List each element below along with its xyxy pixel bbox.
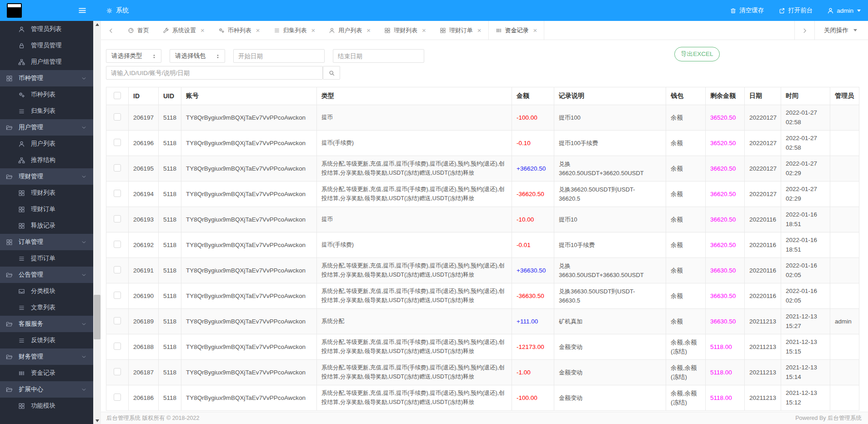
row-checkbox[interactable]	[114, 164, 121, 172]
tab-active[interactable]: 资金记录×	[488, 21, 545, 40]
sidebar-item[interactable]: 币种列表	[0, 86, 93, 103]
sidebar-section[interactable]: 公告管理	[0, 267, 93, 283]
tab-close-icon[interactable]: ×	[533, 27, 537, 34]
row-checkbox[interactable]	[114, 266, 121, 273]
search-input[interactable]	[106, 66, 323, 80]
tab-close-icon[interactable]: ×	[422, 27, 426, 34]
topbar-action-external-link[interactable]: 打开前台	[778, 6, 813, 15]
cell-amount: +36620.50	[512, 156, 554, 182]
column-header: 金额	[512, 87, 554, 105]
sidebar-item[interactable]: 管理员管理	[0, 37, 93, 54]
sidebar-section[interactable]: 订单管理	[0, 234, 93, 250]
tab-item[interactable]: 系统设置×	[156, 21, 211, 40]
sidebar-section[interactable]: 理财管理	[0, 168, 93, 185]
sidebar-item[interactable]: 理财订单	[0, 201, 93, 217]
tab-close-icon[interactable]: ×	[477, 27, 482, 34]
sidebar-item-label: 资金记录	[31, 369, 55, 377]
sidebar-item[interactable]: 反馈列表	[0, 332, 93, 348]
sidebar-section[interactable]: 币种管理	[0, 70, 93, 86]
folder-icon	[6, 173, 13, 180]
scrollbar-up-arrow-icon[interactable]	[93, 21, 101, 28]
folder-icon	[6, 353, 13, 360]
sidebar-item[interactable]: 资金记录	[0, 365, 93, 381]
sidebar-section[interactable]: 用户管理	[0, 119, 93, 136]
tab-item[interactable]: 归集列表×	[267, 21, 322, 40]
row-checkbox[interactable]	[114, 368, 121, 375]
sidebar-item[interactable]: 文章列表	[0, 299, 93, 316]
sidebar-item[interactable]: 释放记录	[0, 217, 93, 234]
folder-icon	[6, 321, 13, 328]
sidebar-item[interactable]: 提币订单	[0, 250, 93, 267]
tab-item[interactable]: 币种列表×	[211, 21, 267, 40]
sidebar-scrollbar[interactable]	[93, 21, 101, 424]
sidebar-item[interactable]: 推荐结构	[0, 152, 93, 168]
list-icon	[18, 337, 25, 344]
tab-label: 用户列表	[338, 26, 362, 35]
tab-item[interactable]: 理财订单×	[433, 21, 488, 40]
cell-admin	[830, 334, 859, 360]
tabs-scroll-right-button[interactable]	[794, 21, 814, 40]
row-checkbox[interactable]	[114, 190, 121, 197]
tab-item[interactable]: 用户列表×	[322, 21, 377, 40]
export-excel-button[interactable]: 导出EXCEL	[674, 47, 720, 61]
sidebar-item[interactable]: 用户组管理	[0, 54, 93, 70]
chevron-down-icon	[81, 125, 87, 131]
row-checkbox[interactable]	[114, 241, 121, 248]
end-date-input[interactable]	[333, 49, 424, 63]
sidebar-item[interactable]: 分类模块	[0, 283, 93, 299]
type-select[interactable]: 请选择类型	[106, 49, 161, 63]
row-checkbox[interactable]	[114, 113, 121, 121]
scrollbar-down-arrow-icon[interactable]	[93, 417, 101, 424]
sidebar-item[interactable]: 理财列表	[0, 185, 93, 201]
gear-icon	[106, 7, 113, 14]
sidebar-item[interactable]: 功能模块	[0, 398, 93, 414]
start-date-input[interactable]	[233, 49, 325, 63]
row-checkbox[interactable]	[114, 292, 121, 299]
topbar-action-user[interactable]: admin	[827, 7, 861, 14]
row-checkbox[interactable]	[114, 394, 121, 401]
tabs-strip: 首页系统设置×币种列表×归集列表×用户列表×理财列表×理财订单×资金记录×	[121, 21, 544, 40]
sidebar-item[interactable]: 管理员列表	[0, 21, 93, 37]
nav-item-system[interactable]: 系统	[106, 6, 129, 15]
sidebar-item[interactable]: 用户列表	[0, 136, 93, 152]
cell-balance: 36630.50	[706, 309, 745, 334]
topbar-action-label: admin	[837, 7, 853, 14]
sidebar-section[interactable]: 财务管理	[0, 348, 93, 365]
cell-balance: 5118.00	[706, 360, 745, 385]
cell-description: 提币10手续费	[554, 232, 666, 258]
tab-close-icon[interactable]: ×	[311, 27, 316, 34]
sidebar-item-label: 币种管理	[19, 74, 43, 82]
row-checkbox[interactable]	[114, 317, 121, 324]
scrollbar-thumb[interactable]	[94, 295, 100, 339]
cell-amount: +111.00	[512, 309, 554, 334]
caret-down-icon	[857, 10, 861, 12]
tab-close-icon[interactable]: ×	[366, 27, 371, 34]
cell-balance: 5118.00	[706, 385, 745, 411]
hamburger-menu-icon[interactable]	[78, 6, 87, 15]
cell-uid: 5118	[159, 232, 181, 258]
cell-balance: 36520.50	[706, 105, 745, 131]
row-checkbox[interactable]	[114, 215, 121, 222]
sidebar-item[interactable]: 归集列表	[0, 103, 93, 119]
select-all-checkbox[interactable]	[114, 92, 121, 99]
row-checkbox[interactable]	[114, 139, 121, 146]
tab-close-icon[interactable]: ×	[256, 27, 260, 34]
close-operations-dropdown[interactable]: 关闭操作	[814, 21, 868, 40]
cell-account: TY8QrBygiux9mBQXjTaEv7VvPPcoAwckon	[181, 334, 317, 360]
cell-description: 提币10	[554, 207, 666, 232]
cell-balance: 36620.50	[706, 156, 745, 182]
row-checkbox[interactable]	[114, 343, 121, 350]
wallet-select[interactable]: 请选择钱包	[170, 49, 225, 63]
topbar-action-trash[interactable]: 清空缓存	[730, 6, 764, 15]
tabs-scroll-left-button[interactable]	[101, 21, 121, 40]
tab-item[interactable]: 首页	[121, 21, 156, 40]
sidebar-section[interactable]: 客服服务	[0, 316, 93, 332]
cell-wallet: 余额	[666, 207, 706, 232]
cell-amount: +36630.50	[512, 258, 554, 283]
tab-close-icon[interactable]: ×	[201, 27, 205, 34]
sitemap-icon	[18, 59, 25, 66]
sidebar-section[interactable]: 扩展中心	[0, 381, 93, 398]
tab-item[interactable]: 理财列表×	[377, 21, 433, 40]
list-icon	[18, 255, 25, 262]
search-button[interactable]	[323, 66, 340, 80]
